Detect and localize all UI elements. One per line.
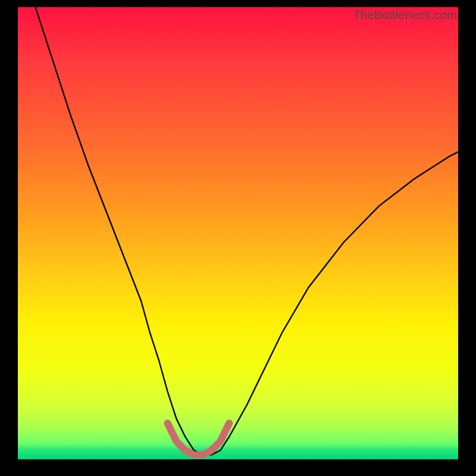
plot-area	[18, 7, 458, 459]
curve-svg	[18, 7, 458, 459]
chart-frame: TheBottleneck.com	[0, 0, 476, 476]
watermark-text: TheBottleneck.com	[353, 8, 457, 22]
bottleneck-curve	[36, 7, 458, 455]
